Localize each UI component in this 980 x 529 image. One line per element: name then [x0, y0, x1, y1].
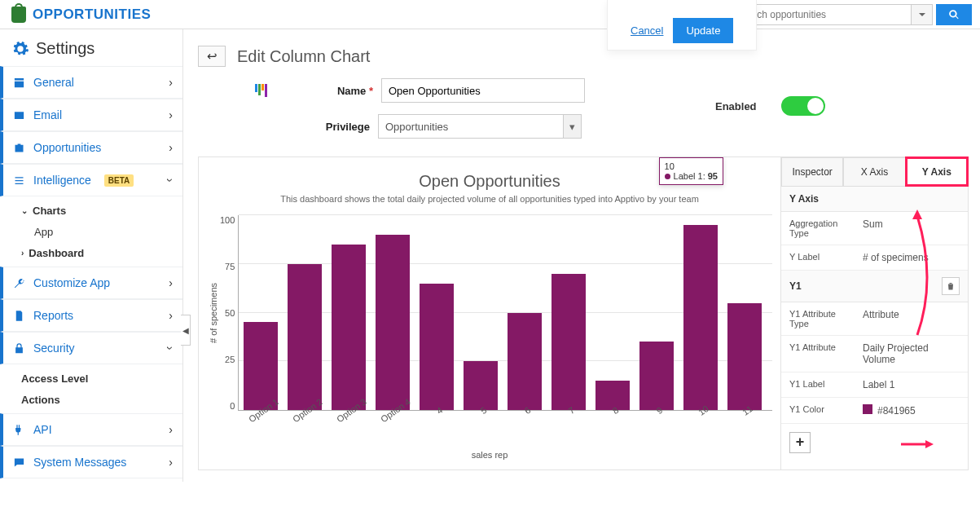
- ylabel-key: Y Label: [781, 245, 855, 270]
- annotation-arrow-add: [901, 439, 934, 450]
- sidebar-item-reports[interactable]: Reports ›: [0, 299, 182, 332]
- tooltip-swatch-icon: [665, 174, 670, 179]
- search-button[interactable]: [936, 4, 972, 25]
- chart-bar: [683, 225, 718, 410]
- sidebar-sub-dashboard[interactable]: ›Dashboard: [21, 242, 182, 263]
- settings-label: Settings: [36, 39, 94, 58]
- sidebar-item-customize-app[interactable]: Customize App ›: [0, 267, 182, 299]
- sidebar-item-label: Email: [33, 108, 62, 121]
- privilege-label: Privilege: [272, 121, 370, 133]
- y1attrtype-value[interactable]: Attribute: [855, 302, 968, 335]
- settings-heading: Settings: [0, 34, 182, 66]
- sidebar-item-email[interactable]: Email ›: [0, 99, 182, 131]
- chart-canvas: Open Opportunities This dashboard shows …: [199, 157, 780, 469]
- search-scope-dropdown[interactable]: [911, 5, 932, 24]
- chevron-down-icon: ▾: [563, 115, 581, 138]
- chart-bar: [420, 284, 454, 410]
- chevron-right-icon: ›: [169, 423, 173, 436]
- color-swatch-icon: [863, 404, 872, 414]
- sidebar-security-children: Access Level Actions: [0, 364, 182, 413]
- chart-bar: [288, 264, 322, 410]
- edit-header: ↩ Edit Column Chart: [198, 46, 969, 67]
- y1label-key: Y1 Label: [781, 373, 855, 397]
- name-label: Name *: [275, 85, 373, 97]
- trash-icon: [946, 281, 956, 291]
- briefcase-icon: [13, 142, 25, 154]
- message-icon: [13, 456, 25, 469]
- y-axis-label: # of specimens: [207, 283, 220, 343]
- sidebar-item-api[interactable]: API ›: [0, 413, 182, 446]
- row-enabled: Enabled: [715, 96, 825, 116]
- tooltip-value: 95: [708, 171, 718, 181]
- delete-y1-button[interactable]: [942, 277, 960, 295]
- y-tick: 0: [220, 401, 235, 411]
- sidebar-item-opportunities[interactable]: Opportunities ›: [0, 131, 182, 164]
- y-tick: 25: [220, 355, 235, 364]
- topbar: OPPORTUNITIES: [0, 0, 980, 29]
- tab-x-axis[interactable]: X Axis: [843, 157, 905, 186]
- chevron-right-icon: ›: [21, 249, 24, 258]
- panel-tabs: Inspector X Axis Y Axis: [781, 157, 968, 187]
- lock-icon: [13, 342, 25, 355]
- tab-y-axis[interactable]: Y Axis: [906, 157, 968, 186]
- sidebar-intel-children: ⌄Charts App ›Dashboard: [0, 196, 182, 267]
- chevron-down-icon: ⌄: [21, 206, 28, 215]
- sidebar-item-label: Reports: [33, 309, 73, 322]
- y-tick: 75: [220, 262, 235, 271]
- ylabel-value[interactable]: # of specimens: [855, 245, 968, 270]
- chevron-right-icon: ›: [169, 309, 173, 322]
- row-privilege: Privilege Opportunities ▾: [255, 114, 585, 139]
- sidebar-item-system-messages[interactable]: System Messages ›: [0, 446, 182, 478]
- add-series-button[interactable]: +: [789, 432, 811, 453]
- sidebar-item-security[interactable]: Security ›: [0, 332, 182, 364]
- y1attr-value[interactable]: Daily Projected Volume: [855, 336, 968, 372]
- chevron-right-icon: ›: [169, 141, 173, 154]
- chevron-right-icon: ›: [169, 276, 173, 289]
- cancel-link[interactable]: Cancel: [631, 24, 663, 37]
- y1color-value[interactable]: #841965: [855, 398, 968, 423]
- x-axis-ticks: Option 1Option 2Option 3Option 445678910…: [207, 411, 772, 429]
- sidebar-sub-access-level[interactable]: Access Level: [21, 368, 182, 389]
- update-button[interactable]: Update: [673, 18, 733, 43]
- sidebar-item-general[interactable]: General ›: [0, 66, 182, 99]
- sidebar-item-label: General: [33, 76, 74, 89]
- beta-badge: BETA: [104, 174, 134, 187]
- sidebar-item-label: System Messages: [33, 456, 126, 469]
- chevron-right-icon: ›: [169, 108, 173, 121]
- search-input[interactable]: [732, 9, 911, 20]
- sidebar-sub-actions[interactable]: Actions: [21, 389, 182, 410]
- main: Cancel Update ↩ Edit Column Chart Name *…: [183, 29, 980, 482]
- chevron-down-icon: ›: [165, 346, 178, 350]
- tab-inspector[interactable]: Inspector: [781, 157, 843, 186]
- chart-bar: [727, 303, 762, 410]
- search-icon: [948, 9, 960, 20]
- sidebar-item-label: Security: [33, 342, 75, 355]
- chart-tooltip: 10 Label 1: 95: [659, 157, 723, 185]
- chevron-down-icon: ›: [165, 179, 178, 183]
- brand-title: OPPORTUNITIES: [33, 7, 151, 23]
- plug-icon: [13, 424, 25, 436]
- y1label-value[interactable]: Label 1: [855, 373, 968, 397]
- panel-section-y1: Y1: [781, 271, 968, 302]
- panel-add-row: +: [781, 424, 968, 461]
- sidebar-sub-charts[interactable]: ⌄Charts: [21, 200, 182, 221]
- document-icon: [13, 310, 25, 322]
- sidebar: Settings General › Email › Opportunities…: [0, 29, 183, 482]
- name-input[interactable]: [381, 78, 585, 103]
- search-field[interactable]: [731, 4, 933, 25]
- sidebar-sub-app[interactable]: App: [21, 221, 182, 242]
- sidebar-item-intelligence[interactable]: Intelligence BETA ›: [0, 164, 182, 196]
- back-button[interactable]: ↩: [198, 46, 226, 67]
- x-axis-label: sales rep: [207, 450, 772, 460]
- y-tick: 100: [220, 215, 235, 225]
- y1attr-key: Y1 Attribute: [781, 336, 855, 372]
- enabled-toggle[interactable]: [781, 96, 825, 116]
- chevron-down-icon: [918, 11, 926, 19]
- wrench-icon: [13, 277, 25, 289]
- chart-bar: [332, 245, 366, 410]
- tooltip-category: 10: [665, 161, 718, 171]
- agg-type-value[interactable]: Sum: [855, 212, 968, 245]
- chart-plot-area: [238, 215, 772, 411]
- sidebar-item-label: Opportunities: [33, 141, 101, 154]
- privilege-select[interactable]: Opportunities ▾: [378, 114, 582, 139]
